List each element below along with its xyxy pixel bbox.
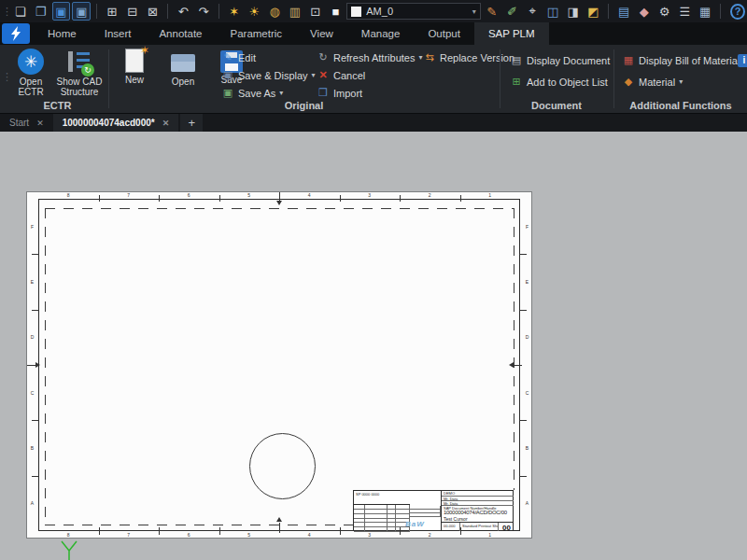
image-icon[interactable]: ▦: [696, 2, 714, 21]
grid-tick-left: [32, 420, 39, 421]
ribbon-tab-view[interactable]: View: [296, 22, 347, 45]
toolbar-grip-icon[interactable]: ⋮: [2, 6, 9, 18]
ribbon: ⋮ ✳ OpenECTR ↻: [0, 45, 747, 114]
ribbon-group-additional-functions: ▦ Display Bill of Material ▾ ◆ Material …: [614, 45, 747, 113]
dropdown-arrow-icon: ▾: [279, 89, 283, 97]
plot-margin-dashed-left: [45, 208, 46, 525]
doc-tab-start[interactable]: Start ✕: [0, 114, 53, 132]
grid-tick-bottom: [219, 527, 220, 535]
save-as-button[interactable]: ▣ Save As ▾: [221, 85, 307, 101]
title-block-info: DEMO Mr. Data Mr. Data SAP Document Numb…: [441, 491, 514, 531]
toolbar-divider: [720, 4, 721, 19]
drawing-sheet: SP 0000 0000 BaW DEMO Mr. Data Mr. Data …: [26, 191, 532, 539]
grid-letter-right: F: [523, 224, 531, 231]
document-tab-bar: Start ✕ 10000004074acd000* ✕ +: [0, 114, 747, 132]
toolbar-divider: [218, 4, 219, 19]
open-button[interactable]: Open: [162, 45, 204, 87]
button-label: OpenECTR: [18, 77, 43, 97]
ribbon-grip-icon[interactable]: ⋮: [2, 71, 9, 83]
button-label: Import: [333, 88, 362, 99]
revision-table: [354, 504, 410, 532]
help-icon[interactable]: ?: [730, 4, 745, 20]
centering-mark: [509, 362, 514, 368]
isolate-entities-icon[interactable]: ◩: [585, 2, 603, 21]
panels-icon[interactable]: ▤: [614, 2, 633, 21]
grid-letter-right: D: [523, 334, 531, 341]
ribbon-tab-manage[interactable]: Manage: [347, 22, 415, 45]
grid-number-top: 3: [366, 192, 374, 199]
ribbon-tab-output[interactable]: Output: [414, 22, 474, 45]
plot-icon[interactable]: ⊟: [123, 2, 142, 21]
open-ectr-button[interactable]: ✳ OpenECTR: [9, 45, 52, 97]
display-bom-button[interactable]: ▦ Display Bill of Material ▾: [622, 52, 747, 68]
pencil-icon: ✎: [221, 51, 234, 64]
grid-number-top: 7: [125, 192, 133, 199]
grid-number-bottom: 6: [185, 532, 192, 539]
layer-print-icon[interactable]: ⊡: [306, 2, 325, 21]
new-file-icon[interactable]: ❏: [11, 2, 30, 21]
close-icon[interactable]: ✕: [162, 119, 170, 128]
publish-icon[interactable]: ⊠: [144, 2, 162, 21]
layer-state-icon[interactable]: ◍: [265, 2, 284, 21]
ribbon-tab-sap-plm[interactable]: SAP PLM: [474, 22, 549, 45]
group-label-ectr: ECTR: [9, 100, 106, 111]
ribbon-tab-insert[interactable]: Insert: [91, 22, 146, 45]
deselect-icon[interactable]: ◨: [564, 2, 583, 21]
close-icon[interactable]: ✕: [36, 119, 44, 128]
undo-icon[interactable]: ↶: [174, 2, 192, 21]
grid-number-top: 8: [64, 192, 72, 199]
refresh-attributes-button[interactable]: ↻ Refresh Attributes ▾: [317, 49, 414, 65]
drawing-explorer-icon[interactable]: ☰: [675, 2, 694, 21]
doc-tab-active-drawing[interactable]: 10000004074acd000* ✕: [53, 114, 179, 132]
open-folder-icon: [171, 54, 195, 72]
save-and-display-button[interactable]: ▣ Save & Display ▾: [221, 67, 307, 83]
save-icon[interactable]: ▣: [52, 2, 71, 21]
material-button[interactable]: ◆ Material ▾: [622, 74, 747, 90]
import-button[interactable]: ❒ Import: [317, 85, 414, 101]
new-document-tab-button[interactable]: +: [180, 114, 203, 132]
open-file-icon[interactable]: ❐: [32, 2, 50, 21]
plot-preview-icon[interactable]: ⊞: [103, 2, 121, 21]
show-cad-structure-button[interactable]: ↻ Show CADStructure: [58, 45, 101, 97]
ribbon-tab-home[interactable]: Home: [34, 22, 91, 45]
sun-icon[interactable]: ☀: [246, 2, 264, 21]
app-logo[interactable]: [2, 23, 30, 44]
layer-box-icon[interactable]: ▥: [286, 2, 304, 21]
light-bulb-icon[interactable]: ✶: [225, 2, 244, 21]
new-button[interactable]: ✶ New: [113, 45, 156, 87]
ribbon-tab-parametric[interactable]: Parametric: [217, 22, 297, 45]
settings-gears-icon[interactable]: ⚙: [655, 2, 674, 21]
edit-button[interactable]: ✎ Edit: [221, 49, 307, 65]
ribbon-tab-annotate[interactable]: Annotate: [145, 22, 216, 45]
layer-combo[interactable]: AM_0▾: [346, 3, 481, 20]
grid-tick-bottom: [340, 527, 341, 535]
grid-letter-left: D: [28, 334, 36, 341]
display-document-button[interactable]: ▤ Display Document: [510, 52, 610, 68]
cancel-button[interactable]: ✕ Cancel: [317, 67, 414, 83]
grid-tick-left: [32, 254, 39, 255]
company-logo: BaW: [405, 520, 425, 528]
grid-tick-top: [400, 195, 401, 202]
save-as-icon[interactable]: ▣: [72, 2, 91, 21]
eyedropper-icon[interactable]: ✐: [503, 2, 522, 21]
button-label: Save & Display: [238, 70, 308, 81]
redo-icon[interactable]: ↷: [194, 2, 213, 21]
about-button[interactable]: i About: [738, 52, 747, 68]
color-swatch-icon[interactable]: ■: [327, 2, 345, 21]
drawing-circle[interactable]: [249, 433, 316, 499]
grid-tick-top: [460, 195, 461, 202]
select-on-icon[interactable]: ◫: [543, 2, 562, 21]
drawing-canvas[interactable]: SP 0000 0000 BaW DEMO Mr. Data Mr. Data …: [0, 132, 747, 560]
sheet-number: 00: [499, 523, 514, 531]
dropdown-arrow-icon: ▾: [679, 77, 683, 86]
eraser-icon[interactable]: ◆: [635, 2, 654, 21]
centering-mark: [276, 517, 282, 522]
grid-number-top: 4: [305, 192, 313, 199]
select-entities-icon[interactable]: ⌖: [523, 2, 542, 21]
add-to-object-list-button[interactable]: ⊞ Add to Object List: [510, 74, 610, 90]
grid-letter-left: A: [28, 500, 36, 507]
centering-mark: [35, 362, 40, 368]
match-properties-icon[interactable]: ✎: [483, 2, 501, 21]
grid-number-top: 1: [486, 192, 494, 199]
tab-label: Start: [9, 118, 29, 128]
